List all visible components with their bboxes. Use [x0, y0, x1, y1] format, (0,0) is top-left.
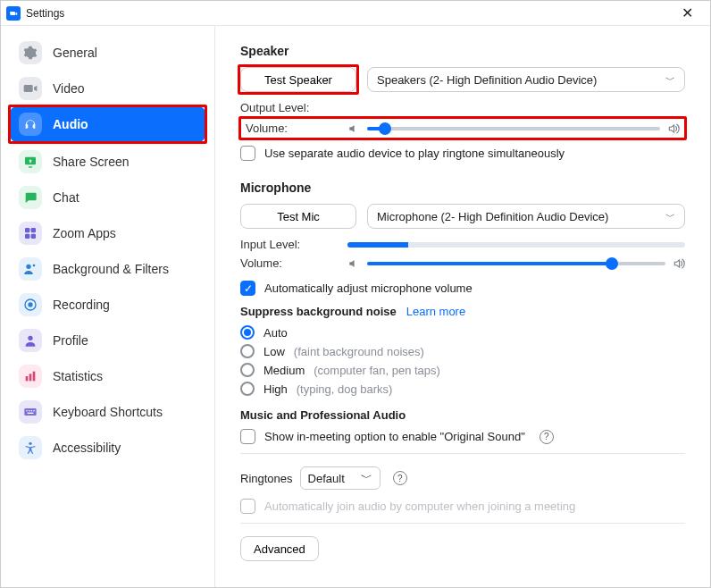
svg-point-5	[26, 265, 30, 269]
recording-icon	[19, 293, 42, 316]
svg-rect-11	[29, 374, 32, 381]
ringtone-label: Ringtones	[240, 472, 293, 485]
sidebar: General Video Audio Share Screen Chat	[1, 26, 215, 587]
sidebar-item-zoom-apps[interactable]: Zoom Apps	[10, 215, 205, 251]
radio-label-text: High	[263, 382, 288, 396]
mic-volume-label: Volume:	[240, 256, 347, 270]
svg-rect-10	[26, 376, 29, 381]
speaker-device-select[interactable]: Speakers (2- High Definition Audio Devic…	[367, 67, 685, 92]
content-area: Speaker Test Speaker Speakers (2- High D…	[215, 26, 710, 587]
chevron-down-icon: ﹀	[665, 73, 675, 87]
suppress-noise-heading: Suppress background noise	[240, 305, 397, 318]
sidebar-item-label: Profile	[53, 333, 88, 348]
radio-hint: (faint background noises)	[294, 345, 424, 358]
divider	[240, 523, 685, 524]
test-mic-button[interactable]: Test Mic	[240, 204, 356, 229]
help-icon[interactable]: ?	[393, 471, 407, 485]
help-icon[interactable]: ?	[540, 430, 554, 444]
sidebar-item-statistics[interactable]: Statistics	[10, 358, 205, 394]
background-icon	[19, 257, 42, 281]
svg-rect-2	[31, 228, 36, 232]
select-value: Microphone (2- High Definition Audio Dev…	[377, 210, 608, 223]
radio-label-text: Medium	[263, 364, 305, 377]
svg-point-8	[28, 302, 32, 307]
speaker-volume-slider[interactable]	[347, 122, 680, 135]
svg-rect-4	[31, 234, 36, 239]
separate-audio-device-label: Use separate audio device to play ringto…	[264, 147, 565, 160]
output-level-label: Output Level:	[240, 101, 347, 114]
volume-high-icon	[673, 257, 685, 270]
sidebar-item-label: Recording	[53, 298, 110, 312]
radio-hint: (typing, dog barks)	[297, 382, 393, 396]
advanced-button[interactable]: Advanced	[240, 536, 319, 561]
radio-label-text: Auto	[263, 326, 288, 340]
microphone-device-select[interactable]: Microphone (2- High Definition Audio Dev…	[367, 204, 685, 229]
sidebar-item-label: Chat	[53, 190, 79, 205]
select-value: Speakers (2- High Definition Audio Devic…	[377, 73, 597, 87]
svg-rect-17	[33, 410, 34, 411]
separate-audio-device-checkbox[interactable]	[240, 146, 255, 161]
original-sound-checkbox[interactable]	[240, 429, 255, 444]
svg-rect-18	[28, 413, 34, 414]
suppress-option-auto[interactable]: Auto	[240, 325, 685, 340]
svg-rect-12	[33, 372, 36, 382]
sidebar-item-label: Video	[53, 81, 85, 96]
volume-low-icon	[347, 257, 360, 270]
sidebar-item-label: Statistics	[53, 369, 103, 383]
sidebar-item-audio[interactable]: Audio	[10, 106, 205, 142]
sidebar-item-chat[interactable]: Chat	[10, 180, 205, 215]
mic-volume-slider[interactable]	[347, 257, 685, 270]
suppress-option-high[interactable]: High (typing, dog barks)	[240, 382, 685, 396]
sidebar-item-share-screen[interactable]: Share Screen	[10, 144, 205, 180]
sidebar-item-label: Keyboard Shortcuts	[53, 405, 163, 419]
sidebar-item-label: Share Screen	[53, 155, 130, 169]
accessibility-icon	[19, 436, 42, 459]
sidebar-item-label: Zoom Apps	[53, 226, 116, 240]
speaker-volume-label: Volume:	[246, 122, 347, 135]
auto-join-audio-label: Automatically join audio by computer whe…	[264, 500, 575, 513]
settings-window: Settings ✕ General Video Audio	[0, 0, 711, 588]
statistics-icon	[19, 365, 42, 388]
learn-more-link[interactable]: Learn more	[406, 305, 465, 318]
sidebar-item-recording[interactable]: Recording	[10, 287, 205, 323]
suppress-option-low[interactable]: Low (faint background noises)	[240, 344, 685, 358]
divider	[240, 453, 685, 454]
sidebar-item-label: Audio	[53, 117, 88, 131]
titlebar: Settings ✕	[1, 1, 710, 26]
sidebar-item-video[interactable]: Video	[10, 71, 205, 106]
radio-icon	[240, 325, 255, 340]
svg-rect-15	[29, 410, 29, 411]
chevron-down-icon: ﹀	[361, 470, 372, 486]
speaker-heading: Speaker	[240, 44, 685, 58]
svg-point-6	[33, 265, 36, 267]
keyboard-icon	[19, 400, 42, 424]
chat-icon	[19, 186, 42, 209]
radio-icon	[240, 382, 255, 396]
input-level-label: Input Level:	[240, 238, 347, 251]
test-speaker-button[interactable]: Test Speaker	[240, 67, 356, 92]
radio-label-text: Low	[263, 345, 285, 358]
radio-icon	[240, 363, 255, 377]
auto-adjust-mic-checkbox[interactable]	[240, 281, 255, 296]
sidebar-item-keyboard-shortcuts[interactable]: Keyboard Shortcuts	[10, 394, 205, 430]
sidebar-item-profile[interactable]: Profile	[10, 323, 205, 358]
volume-low-icon	[347, 122, 360, 135]
auto-join-audio-checkbox[interactable]	[240, 499, 255, 514]
input-level-meter	[347, 242, 685, 248]
video-icon	[19, 77, 42, 100]
ringtone-select[interactable]: Default ﹀	[300, 466, 381, 490]
svg-rect-14	[26, 410, 27, 411]
auto-adjust-mic-label: Automatically adjust microphone volume	[264, 281, 473, 295]
volume-high-icon	[667, 122, 680, 135]
sidebar-item-label: Background & Filters	[53, 262, 169, 276]
sidebar-item-accessibility[interactable]: Accessibility	[10, 430, 205, 466]
close-button[interactable]: ✕	[669, 4, 705, 21]
headphones-icon	[19, 113, 42, 136]
select-value: Default	[308, 472, 345, 485]
svg-point-19	[29, 442, 31, 445]
svg-rect-16	[31, 410, 32, 411]
sidebar-item-general[interactable]: General	[10, 35, 205, 71]
app-logo-icon	[6, 6, 21, 21]
sidebar-item-background-filters[interactable]: Background & Filters	[10, 251, 205, 287]
suppress-option-medium[interactable]: Medium (computer fan, pen taps)	[240, 363, 685, 377]
